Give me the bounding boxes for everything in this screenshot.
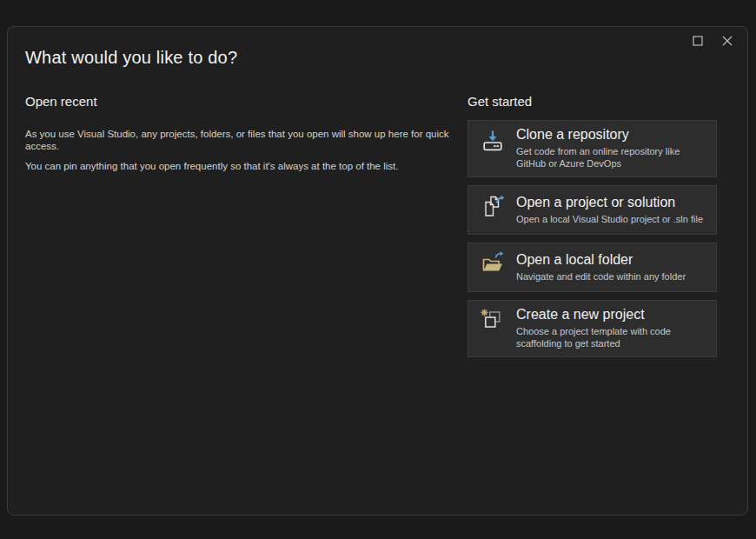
card-subtitle: Choose a project template with code scaf…	[516, 325, 707, 349]
open-recent-description-line-2: You can pin anything that you open frequ…	[25, 160, 460, 172]
open-folder-icon	[481, 251, 505, 276]
open-project-icon	[481, 194, 505, 218]
open-recent-heading: Open recent	[25, 94, 460, 110]
card-title: Clone a repository	[516, 126, 707, 143]
maximize-icon	[693, 36, 703, 46]
card-subtitle: Navigate and edit code within any folder	[516, 270, 707, 283]
open-recent-description-line-1: As you use Visual Studio, any projects, …	[25, 128, 460, 152]
window-controls	[685, 30, 740, 52]
open-recent-section: Open recent As you use Visual Studio, an…	[25, 94, 460, 172]
card-title: Create a new project	[516, 306, 707, 323]
clone-repository-icon	[481, 129, 505, 153]
get-started-section: Get started Clone a repository Get code …	[468, 94, 717, 357]
close-button[interactable]	[714, 30, 740, 52]
create-project-icon	[481, 309, 505, 333]
card-subtitle: Open a local Visual Studio project or .s…	[516, 213, 707, 225]
open-local-folder-button[interactable]: Open a local folder Navigate and edit co…	[468, 243, 717, 292]
maximize-button[interactable]	[685, 30, 711, 52]
start-window-dialog: What would you like to do? Open recent A…	[7, 26, 748, 516]
card-title: Open a local folder	[516, 251, 707, 269]
clone-repository-button[interactable]: Clone a repository Get code from an onli…	[468, 120, 717, 177]
card-subtitle: Get code from an online repository like …	[516, 145, 707, 170]
open-project-solution-button[interactable]: Open a project or solution Open a local …	[468, 185, 717, 235]
get-started-heading: Get started	[468, 94, 717, 110]
card-title: Open a project or solution	[516, 194, 707, 211]
get-started-cards: Clone a repository Get code from an onli…	[468, 120, 717, 357]
close-icon	[722, 36, 733, 46]
dialog-title: What would you like to do?	[25, 46, 237, 69]
create-new-project-button[interactable]: Create a new project Choose a project te…	[468, 300, 717, 357]
